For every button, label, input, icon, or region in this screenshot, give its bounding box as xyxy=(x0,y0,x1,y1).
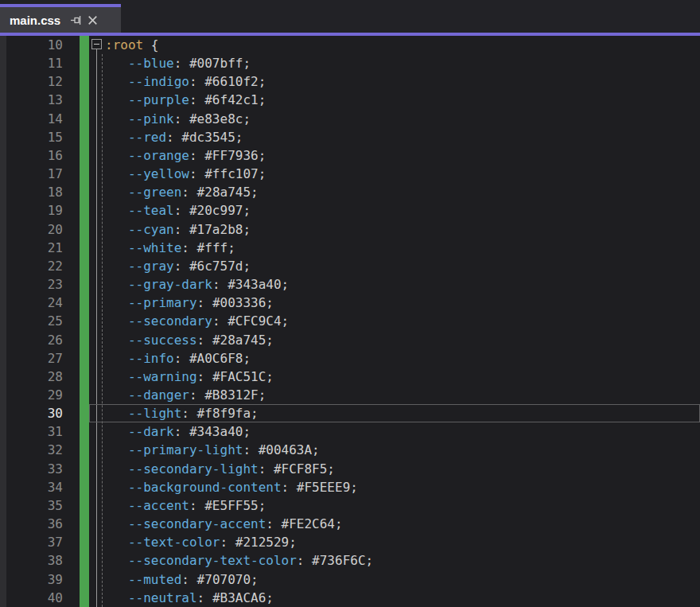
css-property-value: : #E5FF55; xyxy=(189,498,266,513)
line-number: 12 xyxy=(6,72,63,91)
css-property-name: --blue xyxy=(128,56,174,71)
code-line[interactable]: --accent: #E5FF55; xyxy=(89,496,700,515)
line-number: 10 xyxy=(6,36,63,54)
indent xyxy=(105,442,128,457)
css-property-name: --teal xyxy=(128,203,174,218)
line-number: 40 xyxy=(6,589,63,607)
code-line[interactable]: --secondary: #CFC9C4; xyxy=(89,312,700,330)
line-number: 37 xyxy=(6,533,63,551)
code-line[interactable]: --background-content: #F5EEE9; xyxy=(89,478,700,496)
code-line[interactable]: --teal: #20c997; xyxy=(89,201,700,220)
code-line[interactable]: --primary-light: #00463A; xyxy=(89,441,700,459)
code-line[interactable]: --orange: #FF7936; xyxy=(89,146,700,165)
css-property-name: --warning xyxy=(128,369,197,384)
indent xyxy=(105,553,128,568)
css-property-value: : #FF7936; xyxy=(189,148,266,163)
code-line[interactable]: --secondary-accent: #FE2C64; xyxy=(89,515,700,533)
code-line[interactable]: --dark: #343a40; xyxy=(89,422,700,441)
code-line[interactable]: --purple: #6f42c1; xyxy=(89,91,700,109)
css-property-value: : #17a2b8; xyxy=(174,222,251,237)
code-line[interactable]: --red: #dc3545; xyxy=(89,128,700,146)
line-number: 11 xyxy=(6,54,63,72)
indent xyxy=(105,92,128,107)
code-line[interactable]: --secondary-text-color: #736F6C; xyxy=(89,551,700,570)
indent xyxy=(105,148,128,163)
css-property-name: --neutral xyxy=(128,590,197,605)
css-property-value: : #20c997; xyxy=(174,203,251,218)
tab-title: main.css xyxy=(10,14,60,27)
css-property-value: : #343a40; xyxy=(212,277,289,292)
code-line[interactable]: --primary: #003336; xyxy=(89,294,700,312)
line-number: 31 xyxy=(6,422,63,441)
close-icon[interactable] xyxy=(84,12,100,28)
css-property-value: : #e83e8c; xyxy=(174,111,251,126)
line-number: 21 xyxy=(6,239,63,257)
css-property-name: --secondary-accent xyxy=(128,516,266,531)
css-property-name: --white xyxy=(128,240,181,255)
css-property-name: --primary-light xyxy=(128,442,243,457)
code-line[interactable]: --text-color: #212529; xyxy=(89,533,700,551)
line-number: 29 xyxy=(6,386,63,404)
css-property-value: : #6610f2; xyxy=(189,74,266,89)
css-property-value: : #007bff; xyxy=(174,56,251,71)
css-property-name: --purple xyxy=(128,92,189,107)
css-property-value: : #707070; xyxy=(181,572,258,587)
code-line[interactable]: :root { xyxy=(89,36,700,54)
css-property-value: : #003336; xyxy=(197,295,274,310)
indent xyxy=(105,313,128,329)
code-line[interactable]: --muted: #707070; xyxy=(89,570,700,589)
code-line[interactable]: --white: #fff; xyxy=(89,239,700,257)
line-number: 38 xyxy=(6,551,63,570)
line-number: 20 xyxy=(6,220,63,239)
line-number: 36 xyxy=(6,515,63,533)
code-line[interactable]: --success: #28a745; xyxy=(89,331,700,349)
line-number: 19 xyxy=(6,201,63,220)
code-line[interactable]: --warning: #FAC51C; xyxy=(89,368,700,386)
css-property-value: : #B3ACA6; xyxy=(197,590,274,605)
line-number: 35 xyxy=(6,496,63,515)
css-property-name: --gray xyxy=(128,259,174,274)
css-property-name: --muted xyxy=(128,572,181,587)
code-line[interactable]: --green: #28a745; xyxy=(89,183,700,201)
css-property-value: : #FE2C64; xyxy=(266,516,342,531)
code-line[interactable]: --pink: #e83e8c; xyxy=(89,110,700,128)
tab-main-css[interactable]: main.css xyxy=(0,4,121,33)
code-editor-area[interactable]: 1011121314151617181920212223242526272829… xyxy=(0,36,700,607)
line-number: 18 xyxy=(6,183,63,201)
code-line[interactable]: --cyan: #17a2b8; xyxy=(89,220,700,239)
code-line[interactable]: --indigo: #6610f2; xyxy=(89,72,700,91)
css-property-value: : #FAC51C; xyxy=(197,369,274,384)
code-line[interactable]: --secondary-light: #FCF8F5; xyxy=(89,460,700,478)
css-property-value: : #FCF8F5; xyxy=(259,461,335,477)
indent xyxy=(105,516,128,531)
line-number: 23 xyxy=(6,275,63,294)
indent xyxy=(105,572,128,587)
indent xyxy=(105,498,128,513)
code-line[interactable]: --danger: #B8312F; xyxy=(89,386,700,404)
code-line-current[interactable]: --light: #f8f9fa; xyxy=(89,404,700,422)
code-line[interactable]: --blue: #007bff; xyxy=(89,54,700,72)
indent xyxy=(105,590,128,605)
line-number: 24 xyxy=(6,294,63,312)
css-property-value: : #dc3545; xyxy=(166,130,243,145)
code-line[interactable]: --gray-dark: #343a40; xyxy=(89,275,700,294)
code-line[interactable]: --info: #A0C6F8; xyxy=(89,349,700,368)
indent xyxy=(105,130,128,145)
tab-bar: main.css xyxy=(0,0,700,36)
breakpoint-margin[interactable] xyxy=(0,36,6,607)
fold-collapse-icon[interactable] xyxy=(91,39,102,49)
code-line[interactable]: --yellow: #ffc107; xyxy=(89,165,700,183)
pin-icon[interactable] xyxy=(68,12,84,28)
line-number: 15 xyxy=(6,128,63,146)
line-number: 14 xyxy=(6,110,63,128)
css-property-name: --text-color xyxy=(128,535,220,550)
code-line[interactable]: --gray: #6c757d; xyxy=(89,257,700,275)
css-property-name: --green xyxy=(128,185,181,200)
indent xyxy=(105,424,128,439)
css-property-name: --info xyxy=(128,351,174,366)
indent xyxy=(105,277,128,292)
css-property-name: --danger xyxy=(128,387,189,403)
code-content[interactable]: :root { --blue: #007bff; --indigo: #6610… xyxy=(89,36,700,607)
line-number: 13 xyxy=(6,91,63,109)
code-line[interactable]: --neutral: #B3ACA6; xyxy=(89,589,700,607)
